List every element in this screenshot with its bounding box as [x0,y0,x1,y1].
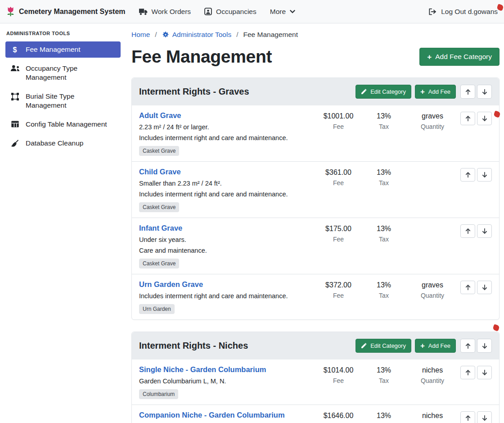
gear-icon [162,31,169,38]
sidebar-item-occupancy-type-management[interactable]: Occupancy Type Management [5,60,121,86]
tax-value: 13% [363,412,405,420]
nav-label: Work Orders [152,8,191,16]
fee-amount-col: $372.00 Fee [314,280,363,299]
pencil-icon [361,343,367,349]
fee-description: Includes interment right and care and ma… [139,134,310,141]
sidebar-item-config-table-management[interactable]: Config Table Management [5,116,121,132]
arrow-down-icon [482,415,487,421]
fee-move-up-button[interactable] [460,112,475,125]
sidebar-heading: ADMINISTRATOR TOOLS [6,31,120,36]
fee-row-actions [460,280,492,294]
fee-move-up-button[interactable] [460,281,475,294]
add-fee-category-button[interactable]: + Add Fee Category [419,48,500,66]
tax-value: 13% [363,281,405,289]
sidebar-item-fee-management[interactable]: $ Fee Management [5,41,121,58]
title-row: Fee Management + Add Fee Category [131,47,500,67]
fee-info: Adult Grave 2.23 m² / 24 ft² or larger. … [139,111,314,156]
fee-move-up-button[interactable] [460,168,475,182]
quantity-col: graves Quantity [405,280,460,299]
arrow-down-icon [482,89,487,95]
fee-row: Companion Niche - Garden Columbarium Gar… [132,405,499,423]
tax-label: Tax [363,377,405,384]
nav-label: More [270,8,286,16]
breadcrumb-separator: / [155,31,157,39]
tax-col: 13% Tax [363,411,405,423]
nav-label: Occupancies [216,8,256,16]
quantity-col: niches Quantity [405,411,460,423]
fee-move-down-button[interactable] [477,112,492,125]
admin-tools-sidebar: ADMINISTRATOR TOOLS $ Fee Management Occ… [0,23,126,423]
fee-move-up-button[interactable] [460,411,475,423]
fee-move-up-button[interactable] [460,224,475,238]
fee-amount-col: $175.00 Fee [314,224,363,243]
tax-col: 13% Tax [363,365,405,384]
navbar-right: Log Out d.gowans [428,8,498,16]
plus-icon: + [420,342,425,350]
fee-row: Urn Garden Grave Includes interment righ… [132,274,499,319]
category-title: Interment Rights - Graves [139,86,352,97]
logout-label: Log Out d.gowans [441,8,498,16]
sidebar-item-database-cleanup[interactable]: Database Cleanup [5,135,121,151]
category-move-down-button[interactable] [477,339,492,353]
fee-label: Fee [314,377,363,384]
arrow-down-icon [482,172,487,178]
brand[interactable]: Cemetery Management System [6,6,126,17]
fee-move-up-button[interactable] [460,366,475,379]
fee-description: Garden Columbarium L, M, N. [139,378,310,385]
add-fee-button[interactable]: + Add Fee [415,85,456,99]
breadcrumb-home-link[interactable]: Home [131,31,150,39]
logout-link[interactable]: Log Out d.gowans [428,8,498,16]
nav-occupancies[interactable]: Occupancies [204,8,256,16]
fee-move-down-button[interactable] [477,411,492,423]
breadcrumb-admin-tools-link[interactable]: Administrator Tools [162,31,232,39]
breadcrumb-current: Fee Management [243,31,298,39]
fee-type-badge: Columbarium [139,389,178,399]
category-move-down-button[interactable] [477,85,492,99]
category-move-up-button[interactable] [460,339,475,353]
fee-name-link[interactable]: Child Grave [139,168,181,176]
fee-value: $372.00 [314,281,363,289]
fee-name-link[interactable]: Single Niche - Garden Columbarium [139,365,266,374]
fee-row: Single Niche - Garden Columbarium Garden… [132,359,499,405]
fee-type-badge: Urn Garden [139,304,175,314]
nav-more[interactable]: More [270,8,295,16]
fee-name-link[interactable]: Urn Garden Grave [139,280,203,289]
add-fee-button[interactable]: + Add Fee [415,339,456,353]
chevron-down-icon [290,9,295,14]
fee-description: Under six years. [139,236,310,243]
fee-name-link[interactable]: Adult Grave [139,111,181,120]
sidebar-item-label: Config Table Management [26,120,107,129]
vector-square-icon [10,93,20,100]
sidebar-item-label: Database Cleanup [26,139,83,148]
fee-row-actions [460,168,492,182]
sidebar-item-burial-site-type-management[interactable]: Burial Site Type Management [5,88,121,114]
tax-label: Tax [363,292,405,299]
tax-col: 13% Tax [363,168,405,186]
quantity-value: niches [405,412,460,420]
fee-name-link[interactable]: Infant Grave [139,224,182,232]
sidebar-item-label: Occupancy Type Management [26,64,116,82]
users-icon [10,65,20,72]
edit-category-button[interactable]: Edit Category [356,85,411,99]
fee-row: Child Grave Smaller than 2.23 m² / 24 ft… [132,161,499,218]
nav-work-orders[interactable]: Work Orders [139,8,191,16]
plus-icon: + [420,88,425,96]
tax-value: 13% [363,225,405,233]
fee-move-down-button[interactable] [477,366,492,379]
fee-row-actions [460,365,492,379]
fee-name-link[interactable]: Companion Niche - Garden Columbarium [139,411,285,419]
breadcrumb: Home / Administrator Tools / Fee Managem… [131,31,500,39]
fee-info: Infant Grave Under six years. Care and m… [139,224,314,268]
breadcrumb-separator: / [236,31,238,39]
fee-description: Smaller than 2.23 m² / 24 ft². [139,180,310,187]
arrow-down-icon [482,369,487,376]
edit-category-button[interactable]: Edit Category [356,339,411,353]
tax-label: Tax [363,123,405,130]
fee-move-down-button[interactable] [477,281,492,294]
fee-move-down-button[interactable] [477,224,492,238]
fee-amount-col: $1001.00 Fee [314,111,363,130]
fee-row: Adult Grave 2.23 m² / 24 ft² or larger. … [132,105,499,161]
fee-move-down-button[interactable] [477,168,492,182]
table-icon [10,121,20,127]
category-move-up-button[interactable] [460,85,475,99]
